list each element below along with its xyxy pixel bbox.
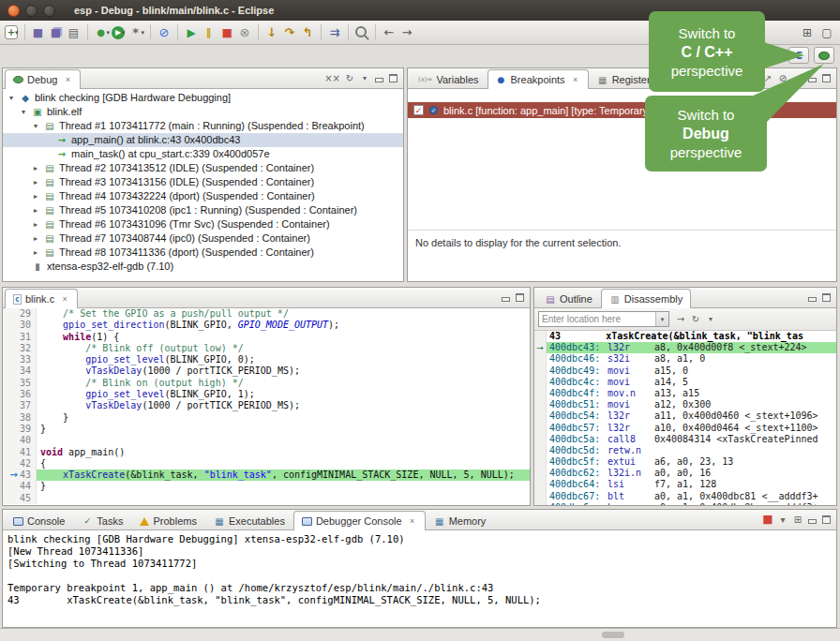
step-return-icon[interactable]: ↰: [299, 24, 316, 41]
resume-icon[interactable]: ▶: [183, 24, 200, 41]
suspend-icon[interactable]: ‖: [201, 24, 218, 41]
tree-item[interactable]: ▸▤Thread #2 1073413512 (IDLE) (Suspended…: [3, 161, 403, 175]
disassembly-row[interactable]: 400dbc64:lsif7, a1, 128: [534, 479, 836, 490]
print-icon[interactable]: ▤: [66, 24, 82, 41]
disconnect-icon[interactable]: ⊗: [236, 24, 253, 41]
debug-perspective-button[interactable]: [814, 47, 834, 64]
maximize-icon[interactable]: [821, 514, 832, 525]
close-icon[interactable]: [571, 75, 580, 84]
maximize-icon[interactable]: [388, 73, 398, 83]
tab-variables[interactable]: (x)=Variables: [410, 69, 488, 89]
disassembly-row[interactable]: 400dbc5a:call80x40084314 <xTaskCreatePin…: [534, 434, 836, 445]
show-pc-icon[interactable]: →: [675, 313, 686, 326]
disassembly-row[interactable]: 400dbc46:s32ia8, a1, 0: [534, 353, 836, 365]
close-icon[interactable]: [60, 294, 69, 304]
tree-item[interactable]: ▸▤Thread #6 1073431096 (Tmr Svc) (Suspen…: [3, 217, 403, 231]
maximize-icon[interactable]: [515, 292, 525, 303]
tab-outline[interactable]: ▤Outline: [536, 289, 601, 308]
tab-problems[interactable]: Problems: [131, 511, 204, 530]
dropdown-caret-icon[interactable]: ▾: [122, 29, 126, 37]
minimize-icon[interactable]: [807, 514, 818, 525]
disassembly-row[interactable]: 400dbc6a:bnonea0, a1, 0x400dbc8b <__addd…: [534, 502, 836, 505]
disassembly-row[interactable]: 400dbc54:l32ra11, 0x400d0460 <_stext+109…: [534, 410, 836, 422]
cpp-perspective-button[interactable]: C: [788, 47, 809, 64]
tab-breakpoints[interactable]: ●Breakpoints: [488, 69, 589, 89]
view-menu-icon[interactable]: ▾: [792, 71, 803, 84]
expand-icon[interactable]: ▸: [31, 175, 40, 189]
horizontal-scrollbar-thumb[interactable]: [602, 632, 624, 638]
code-line[interactable]: 35 /* Blink on (output high) */: [3, 378, 530, 389]
code-line[interactable]: 42{: [3, 458, 530, 470]
save-icon[interactable]: ■: [30, 24, 47, 41]
code-line[interactable]: 30 gpio_set_direction(BLINK_GPIO, GPIO_M…: [3, 320, 530, 331]
tree-item[interactable]: ▸▤Thread #8 1073411336 (dport) (Suspende…: [3, 246, 403, 260]
disassembly-row[interactable]: 400dbc4c:movia14, 5: [534, 377, 836, 388]
terminate-icon[interactable]: ■: [762, 513, 773, 526]
tab-console[interactable]: Console: [5, 511, 73, 530]
window-maximize-button[interactable]: [43, 5, 55, 17]
tab-disassembly[interactable]: ▥Disassembly: [601, 289, 691, 308]
maximize-icon[interactable]: [821, 73, 832, 83]
expand-icon[interactable]: ▸: [31, 203, 40, 217]
view-menu-icon[interactable]: ▾: [359, 71, 370, 84]
step-into-icon[interactable]: ↓: [263, 24, 280, 41]
remove-all-terminated-icon[interactable]: ××: [324, 71, 340, 84]
expand-icon[interactable]: ▸: [31, 161, 40, 175]
code-line[interactable]: →43 xTaskCreate(&blink_task, "blink_task…: [3, 470, 530, 481]
expand-icon[interactable]: ▸: [31, 189, 40, 203]
disassembly-row[interactable]: 400dbc57:l32ra10, 0x400d0464 <_stext+110…: [534, 423, 836, 434]
tab-debug[interactable]: Debug: [5, 69, 81, 89]
collapse-icon[interactable]: ▾: [7, 91, 16, 105]
refresh-icon[interactable]: ↻: [690, 313, 701, 326]
tree-item[interactable]: →main_task() at cpu_start.c:339 0x400d05…: [3, 147, 403, 161]
disassembly-row[interactable]: 400dbc67:blta0, a1, 0x400dbc81 <__adddf3…: [534, 491, 836, 502]
code-line[interactable]: 31 while(1) {: [3, 332, 530, 343]
code-line[interactable]: 33 gpio_set_level(BLINK_GPIO, 0);: [3, 354, 530, 365]
expand-icon[interactable]: ▸: [31, 217, 40, 231]
expand-icon[interactable]: ▸: [31, 246, 40, 260]
tree-item[interactable]: ▾▤Thread #1 1073411772 (main : Running) …: [3, 119, 403, 133]
disassembly-row[interactable]: →400dbc43:l32ra8, 0x400d00f8 <_stext+224…: [534, 342, 836, 353]
code-line[interactable]: 36 gpio_set_level(BLINK_GPIO, 1);: [3, 389, 530, 400]
disassembly-source-row[interactable]: 43 xTaskCreate(&blink_task, "blink_tas: [534, 331, 836, 342]
dropdown-caret-icon[interactable]: ▾: [15, 29, 19, 37]
tree-item[interactable]: ▸▤Thread #5 1073410208 (ipc1 : Running) …: [3, 203, 403, 217]
window-minimize-button[interactable]: [25, 5, 38, 17]
minimize-icon[interactable]: [501, 292, 511, 303]
relaunch-icon[interactable]: ↻: [344, 71, 355, 84]
disassembly-row[interactable]: 400dbc62:l32i.na0, a0, 16: [534, 468, 836, 479]
step-over-icon[interactable]: ↷: [281, 24, 298, 41]
tab-memory[interactable]: ▦Memory: [426, 511, 495, 530]
terminate-icon[interactable]: ■: [218, 24, 235, 41]
skip-all-breakpoints-icon[interactable]: ⊘: [777, 71, 788, 84]
maximize-icon[interactable]: [821, 292, 832, 303]
code-line[interactable]: 34 vTaskDelay(1000 / portTICK_PERIOD_MS)…: [3, 365, 530, 377]
breakpoint-row[interactable]: blink.c [function: app_main] [type: Temp…: [408, 102, 836, 118]
code-line[interactable]: 44}: [3, 481, 530, 492]
minimize-icon[interactable]: [807, 292, 818, 303]
disassembly-row[interactable]: 400dbc51:movia12, 0x300: [534, 399, 836, 410]
location-combo[interactable]: [538, 311, 669, 327]
expand-icon[interactable]: ▸: [31, 231, 40, 246]
code-line[interactable]: 45: [3, 493, 530, 504]
tree-item[interactable]: ▾◆blink checking [GDB Hardware Debugging…: [3, 91, 403, 105]
tab-blink-c[interactable]: cblink.c: [5, 289, 78, 308]
disassembly-listing[interactable]: 43 xTaskCreate(&blink_task, "blink_tas→4…: [534, 331, 836, 505]
dropdown-caret-icon[interactable]: ▾: [107, 29, 111, 37]
close-icon[interactable]: [408, 516, 417, 526]
disassembly-row[interactable]: 400dbc5f:extuia6, a0, 23, 13: [534, 456, 836, 468]
disassembly-row[interactable]: 400dbc5d:retw.n: [534, 445, 836, 456]
collapse-icon[interactable]: ▾: [19, 105, 28, 119]
tab-tasks[interactable]: ✓Tasks: [73, 511, 131, 530]
code-line[interactable]: 29 /* Set the GPIO as a push/pull output…: [3, 308, 530, 320]
instruction-stepping-icon[interactable]: ⇉: [326, 24, 343, 41]
debugger-console-output[interactable]: blink checking [GDB Hardware Debugging] …: [3, 530, 836, 627]
display-selected-console-icon[interactable]: ▾: [777, 513, 788, 526]
search-icon[interactable]: [353, 24, 370, 41]
disassembly-row[interactable]: 400dbc4f:mov.na13, a15: [534, 388, 836, 399]
code-line[interactable]: 40: [3, 435, 530, 446]
code-line[interactable]: 32 /* Blink off (output low) */: [3, 343, 530, 354]
combo-dropdown-icon[interactable]: [655, 312, 668, 326]
tab-executables[interactable]: ▦Executables: [205, 511, 293, 530]
open-perspective-icon[interactable]: ⊞: [799, 24, 816, 41]
